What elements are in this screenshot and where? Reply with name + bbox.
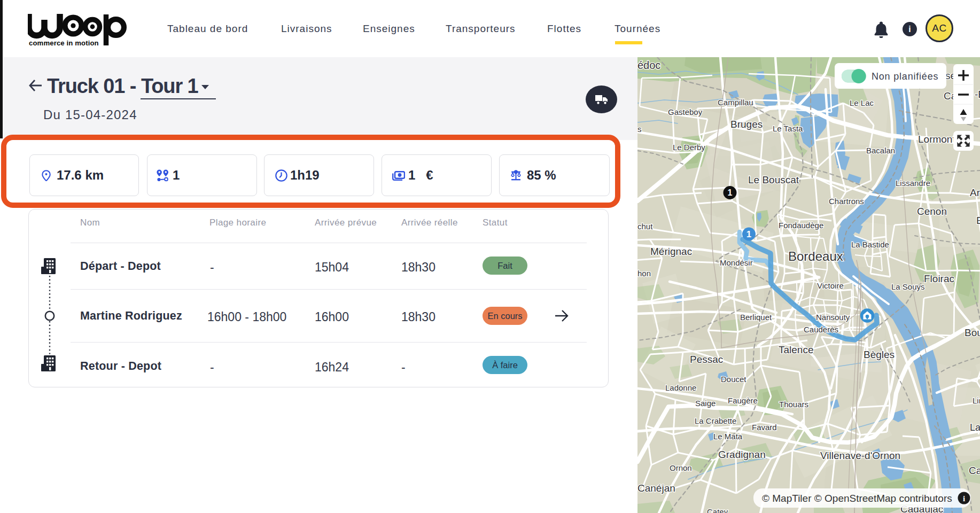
svg-text:Ladonne: Ladonne <box>665 383 696 392</box>
svg-text:Favard: Favard <box>752 423 777 432</box>
svg-text:Talence: Talence <box>779 344 814 355</box>
svg-text:Bacalan: Bacalan <box>866 146 895 155</box>
svg-text:Ornon: Ornon <box>670 463 692 472</box>
svg-text:Le Tasta: Le Tasta <box>773 124 803 133</box>
svg-text:Le Mata: Le Mata <box>713 432 743 441</box>
svg-text:Gradignan: Gradignan <box>718 449 766 460</box>
svg-text:Catey: Catey <box>707 507 728 513</box>
svg-text:Nansouty: Nansouty <box>816 313 850 322</box>
svg-text:Art: Art <box>970 187 980 198</box>
svg-text:s: s <box>637 125 642 134</box>
svg-text:Bruges: Bruges <box>730 119 763 130</box>
svg-text:chut: chut <box>637 222 653 231</box>
svg-text:Car: Car <box>969 465 980 476</box>
svg-text:Le Derby: Le Derby <box>673 143 705 152</box>
svg-text:Bouli: Bouli <box>965 327 980 338</box>
svg-text:Bordeaux: Bordeaux <box>788 249 843 263</box>
svg-text:1: 1 <box>746 229 751 239</box>
svg-text:Mondésir: Mondésir <box>720 258 753 267</box>
svg-text:Bègles: Bègles <box>864 349 895 360</box>
svg-text:Non planifiées: Non planifiées <box>872 71 938 82</box>
svg-text:La Crabette: La Crabette <box>695 416 736 425</box>
svg-text:édoc: édoc <box>637 59 660 71</box>
svg-text:commerce in motion: commerce in motion <box>29 39 99 46</box>
svg-text:© MapTiler © OpenStreetMap con: © MapTiler © OpenStreetMap contributors <box>762 493 952 504</box>
svg-text:-B: -B <box>975 89 980 100</box>
svg-text:Faugère: Faugère <box>728 396 758 405</box>
svg-text:Canéjan: Canéjan <box>637 483 675 494</box>
svg-text:B: B <box>976 215 980 226</box>
svg-text:Cauderès: Cauderès <box>804 325 838 334</box>
svg-text:Pessac: Pessac <box>690 354 723 365</box>
svg-text:hon: hon <box>637 269 651 278</box>
svg-text:La Souys: La Souys <box>891 282 925 291</box>
svg-text:Lin: Lin <box>973 396 980 405</box>
svg-text:Saige: Saige <box>695 399 715 408</box>
svg-text:Villenave-d'Ornon: Villenave-d'Ornon <box>820 450 900 461</box>
svg-text:Berliquet: Berliquet <box>740 313 772 322</box>
svg-text:Victoire: Victoire <box>817 281 844 290</box>
svg-text:Fondaudège: Fondaudège <box>779 221 823 230</box>
svg-text:Doucet: Doucet <box>721 375 746 384</box>
svg-text:i: i <box>963 494 965 503</box>
svg-text:Campillau: Campillau <box>718 98 753 107</box>
svg-text:Chartrons: Chartrons <box>829 197 864 206</box>
svg-text:Mérignac: Mérignac <box>650 246 692 257</box>
svg-text:Cenon: Cenon <box>917 206 947 217</box>
svg-text:La Bastide: La Bastide <box>851 240 889 249</box>
svg-text:Gasteboy: Gasteboy <box>668 107 703 116</box>
svg-text:Le Lac: Le Lac <box>850 98 874 107</box>
svg-text:La: La <box>970 422 980 433</box>
svg-text:1: 1 <box>728 188 733 197</box>
svg-text:Le Bouscat: Le Bouscat <box>748 174 799 185</box>
svg-text:Lormont: Lormont <box>918 134 955 145</box>
svg-text:Thouars: Thouars <box>779 400 808 409</box>
svg-text:Lissandre: Lissandre <box>896 178 930 188</box>
svg-text:Floirac: Floirac <box>924 273 954 284</box>
